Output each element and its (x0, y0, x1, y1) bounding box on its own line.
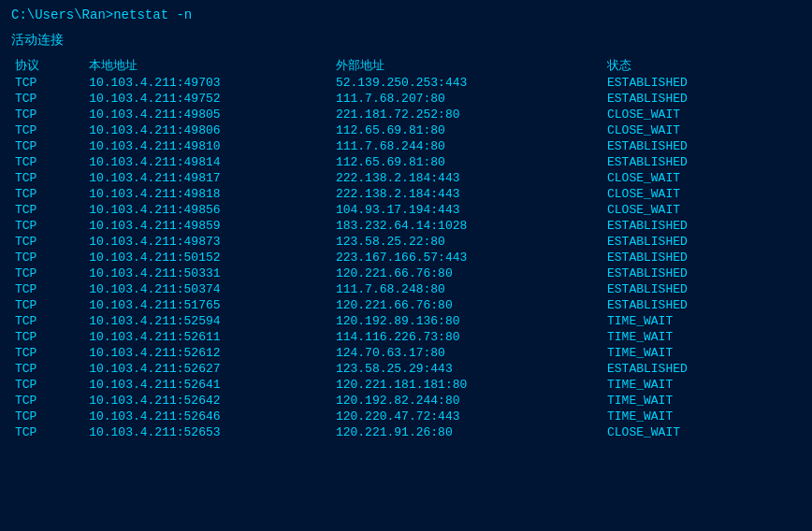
section-title: 活动连接 (11, 32, 801, 49)
cell-state: TIME_WAIT (603, 329, 801, 345)
cell-state: TIME_WAIT (603, 345, 801, 361)
cell-proto: TCP (11, 377, 85, 393)
cell-state: ESTABLISHED (603, 266, 801, 281)
cell-local: 10.103.4.211:52642 (85, 393, 332, 409)
cell-local: 10.103.4.211:52653 (85, 424, 332, 440)
cell-local: 10.103.4.211:49814 (85, 154, 332, 170)
cell-proto: TCP (11, 154, 85, 170)
table-row: TCP10.103.4.211:49752111.7.68.207:80ESTA… (11, 91, 801, 107)
cell-proto: TCP (11, 202, 85, 218)
cell-proto: TCP (11, 313, 85, 329)
cell-proto: TCP (11, 393, 85, 409)
table-row: TCP10.103.4.211:50374111.7.68.248:80ESTA… (11, 281, 801, 297)
cell-foreign: 112.65.69.81:80 (332, 122, 603, 138)
cell-local: 10.103.4.211:52646 (85, 409, 332, 424)
cell-foreign: 183.232.64.14:1028 (332, 218, 603, 234)
cell-foreign: 123.58.25.29:443 (332, 361, 603, 377)
cell-state: TIME_WAIT (603, 313, 801, 329)
cell-local: 10.103.4.211:49752 (85, 91, 332, 107)
table-row: TCP10.103.4.211:49817222.138.2.184:443CL… (11, 170, 801, 186)
cell-foreign: 111.7.68.207:80 (332, 91, 603, 107)
cell-state: ESTABLISHED (603, 154, 801, 170)
cell-local: 10.103.4.211:52611 (85, 329, 332, 345)
table-row: TCP10.103.4.211:52641120.221.181.181:80T… (11, 377, 801, 393)
cell-foreign: 120.221.66.76:80 (332, 297, 603, 313)
cell-local: 10.103.4.211:49805 (85, 107, 332, 122)
cell-proto: TCP (11, 424, 85, 440)
cell-state: TIME_WAIT (603, 409, 801, 424)
cell-proto: TCP (11, 250, 85, 266)
table-row: TCP10.103.4.211:49856104.93.17.194:443CL… (11, 202, 801, 218)
header-local: 本地地址 (85, 56, 332, 75)
cell-local: 10.103.4.211:49703 (85, 75, 332, 91)
cell-state: CLOSE_WAIT (603, 424, 801, 440)
table-row: TCP10.103.4.211:52646120.220.47.72:443TI… (11, 409, 801, 424)
cell-proto: TCP (11, 361, 85, 377)
cell-foreign: 112.65.69.81:80 (332, 154, 603, 170)
cell-local: 10.103.4.211:50374 (85, 281, 332, 297)
cell-foreign: 123.58.25.22:80 (332, 234, 603, 250)
table-row: TCP10.103.4.211:52611114.116.226.73:80TI… (11, 329, 801, 345)
cell-state: CLOSE_WAIT (603, 202, 801, 218)
table-row: TCP10.103.4.211:49806112.65.69.81:80CLOS… (11, 122, 801, 138)
cell-proto: TCP (11, 281, 85, 297)
cell-proto: TCP (11, 91, 85, 107)
cell-local: 10.103.4.211:49817 (85, 170, 332, 186)
cell-state: CLOSE_WAIT (603, 107, 801, 122)
cell-state: ESTABLISHED (603, 138, 801, 154)
cell-local: 10.103.4.211:49856 (85, 202, 332, 218)
cell-foreign: 221.181.72.252:80 (332, 107, 603, 122)
cell-foreign: 120.221.181.181:80 (332, 377, 603, 393)
table-row: TCP10.103.4.211:49805221.181.72.252:80CL… (11, 107, 801, 122)
table-row: TCP10.103.4.211:49873123.58.25.22:80ESTA… (11, 234, 801, 250)
cell-local: 10.103.4.211:52641 (85, 377, 332, 393)
table-row: TCP10.103.4.211:4970352.139.250.253:443E… (11, 75, 801, 91)
table-header-row: 协议 本地地址 外部地址 状态 (11, 56, 801, 75)
cell-local: 10.103.4.211:49806 (85, 122, 332, 138)
cell-state: ESTABLISHED (603, 297, 801, 313)
cell-local: 10.103.4.211:52612 (85, 345, 332, 361)
cell-foreign: 120.192.82.244:80 (332, 393, 603, 409)
cell-proto: TCP (11, 122, 85, 138)
table-row: TCP10.103.4.211:52653120.221.91.26:80CLO… (11, 424, 801, 440)
cell-foreign: 222.138.2.184:443 (332, 186, 603, 202)
cell-state: TIME_WAIT (603, 377, 801, 393)
cell-proto: TCP (11, 138, 85, 154)
header-proto: 协议 (11, 56, 85, 75)
table-row: TCP10.103.4.211:52642120.192.82.244:80TI… (11, 393, 801, 409)
cell-local: 10.103.4.211:50152 (85, 250, 332, 266)
table-row: TCP10.103.4.211:49859183.232.64.14:1028E… (11, 218, 801, 234)
cell-local: 10.103.4.211:49873 (85, 234, 332, 250)
cell-foreign: 111.7.68.248:80 (332, 281, 603, 297)
cell-local: 10.103.4.211:50331 (85, 266, 332, 281)
cell-local: 10.103.4.211:52627 (85, 361, 332, 377)
cell-state: CLOSE_WAIT (603, 170, 801, 186)
cell-foreign: 120.221.91.26:80 (332, 424, 603, 440)
cell-state: ESTABLISHED (603, 91, 801, 107)
cell-state: ESTABLISHED (603, 281, 801, 297)
cell-proto: TCP (11, 170, 85, 186)
cell-proto: TCP (11, 107, 85, 122)
cell-foreign: 104.93.17.194:443 (332, 202, 603, 218)
cell-foreign: 120.220.47.72:443 (332, 409, 603, 424)
table-row: TCP10.103.4.211:52627123.58.25.29:443EST… (11, 361, 801, 377)
header-state: 状态 (603, 56, 801, 75)
table-row: TCP10.103.4.211:49818222.138.2.184:443CL… (11, 186, 801, 202)
table-row: TCP10.103.4.211:51765120.221.66.76:80EST… (11, 297, 801, 313)
cell-local: 10.103.4.211:49818 (85, 186, 332, 202)
cell-proto: TCP (11, 75, 85, 91)
cell-state: ESTABLISHED (603, 361, 801, 377)
command-line: C:\Users\Ran>netstat -n (11, 7, 801, 22)
cell-local: 10.103.4.211:51765 (85, 297, 332, 313)
cell-foreign: 120.221.66.76:80 (332, 266, 603, 281)
cell-proto: TCP (11, 409, 85, 424)
cell-state: ESTABLISHED (603, 75, 801, 91)
cell-proto: TCP (11, 186, 85, 202)
cell-foreign: 52.139.250.253:443 (332, 75, 603, 91)
cell-proto: TCP (11, 234, 85, 250)
cell-proto: TCP (11, 329, 85, 345)
cell-proto: TCP (11, 266, 85, 281)
cell-local: 10.103.4.211:49859 (85, 218, 332, 234)
cell-state: TIME_WAIT (603, 393, 801, 409)
cell-state: ESTABLISHED (603, 250, 801, 266)
